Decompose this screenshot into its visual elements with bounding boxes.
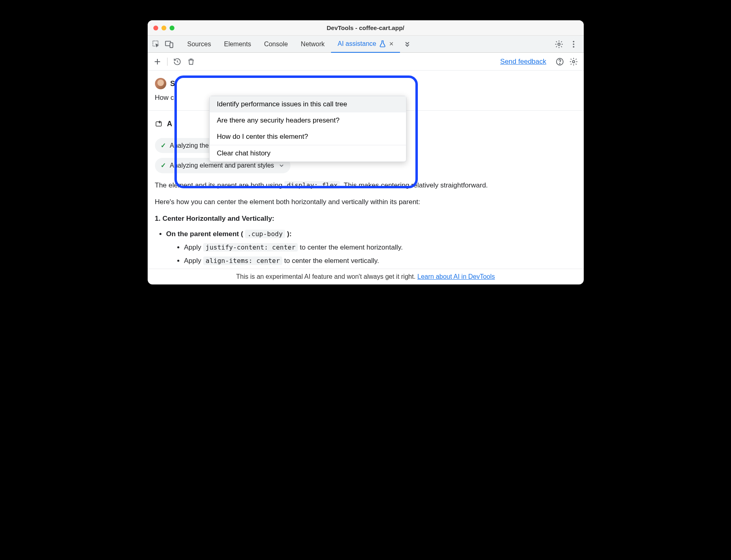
ai-label: A xyxy=(167,118,172,130)
disclaimer-footer: This is an experimental AI feature and w… xyxy=(148,269,584,284)
device-toolbar-icon[interactable] xyxy=(165,40,174,49)
tab-console[interactable]: Console xyxy=(258,36,295,52)
ai-paragraph: Here's how you can center the element bo… xyxy=(155,196,576,207)
more-tabs-icon[interactable] xyxy=(403,40,411,48)
pill-label: Analyzing element and parent styles xyxy=(170,160,274,171)
divider xyxy=(167,58,168,66)
chevron-down-icon xyxy=(278,162,285,169)
settings-gear-icon[interactable] xyxy=(555,40,563,49)
code-inline: align-items: center xyxy=(203,256,282,265)
tab-label: AI assistance xyxy=(338,40,376,47)
tab-ai-assistance[interactable]: AI assistance × xyxy=(331,36,400,53)
panel-settings-icon[interactable] xyxy=(569,57,578,66)
tab-elements[interactable]: Elements xyxy=(217,36,258,52)
section-heading: 1. Center Horizontally and Vertically: xyxy=(155,213,576,224)
check-icon: ✓ xyxy=(161,160,166,171)
code-inline: justify-content: center xyxy=(203,243,298,252)
code-inline: display: flex xyxy=(284,181,340,190)
dropdown-item[interactable]: How do I center this element? xyxy=(210,129,406,145)
history-dropdown: Identify performance issues in this call… xyxy=(209,96,406,162)
user-name: S xyxy=(170,78,175,90)
bullet-list: On the parent element ( .cup-body ): App… xyxy=(155,228,576,267)
devtools-window: DevTools - coffee-cart.app/ Sources Elem… xyxy=(148,20,584,284)
tab-sources[interactable]: Sources xyxy=(181,36,218,52)
main-tabbar: Sources Elements Console Network AI assi… xyxy=(148,36,584,53)
svg-point-3 xyxy=(558,43,560,45)
ai-sparkle-icon xyxy=(155,120,163,128)
disclaimer-text: This is an experimental AI feature and w… xyxy=(236,273,417,280)
inspect-icon[interactable] xyxy=(152,40,161,49)
history-icon[interactable] xyxy=(173,58,181,66)
check-icon: ✓ xyxy=(161,140,166,151)
ai-paragraph: The element and its parent are both usin… xyxy=(155,180,576,191)
dropdown-clear-history[interactable]: Clear chat history xyxy=(210,145,406,162)
tab-label: Console xyxy=(264,41,288,48)
svg-point-5 xyxy=(573,43,574,45)
svg-rect-2 xyxy=(170,43,172,47)
panel-toolbar: Send feedback xyxy=(148,53,584,71)
svg-point-6 xyxy=(573,46,574,47)
code-inline: .cup-body xyxy=(245,230,285,238)
titlebar: DevTools - coffee-cart.app/ xyxy=(148,20,584,36)
dropdown-item[interactable]: Are there any security headers present? xyxy=(210,112,406,129)
send-feedback-link[interactable]: Send feedback xyxy=(500,58,546,66)
flask-icon xyxy=(378,40,387,48)
delete-icon[interactable] xyxy=(187,58,195,66)
tab-label: Elements xyxy=(224,41,251,48)
svg-point-4 xyxy=(573,41,574,42)
kebab-menu-icon[interactable] xyxy=(569,40,578,49)
learn-more-link[interactable]: Learn about AI in DevTools xyxy=(417,273,495,280)
dropdown-item[interactable]: Identify performance issues in this call… xyxy=(210,96,406,112)
close-tab-icon[interactable]: × xyxy=(389,40,393,48)
tab-label: Network xyxy=(301,41,325,48)
user-avatar xyxy=(155,78,166,89)
help-icon[interactable] xyxy=(555,57,564,66)
list-item: Apply justify-content: center to center … xyxy=(184,242,576,253)
svg-point-8 xyxy=(559,63,560,63)
svg-point-9 xyxy=(572,60,575,63)
window-title: DevTools - coffee-cart.app/ xyxy=(148,24,584,31)
list-item: Apply align-items: center to center the … xyxy=(184,255,576,266)
user-message-header: S xyxy=(155,78,576,90)
list-item: On the parent element ( .cup-body ): App… xyxy=(166,228,576,267)
tab-network[interactable]: Network xyxy=(295,36,331,52)
bullet-list-inner: Apply justify-content: center to center … xyxy=(166,242,576,266)
new-chat-icon[interactable] xyxy=(153,58,161,66)
tab-label: Sources xyxy=(187,41,211,48)
